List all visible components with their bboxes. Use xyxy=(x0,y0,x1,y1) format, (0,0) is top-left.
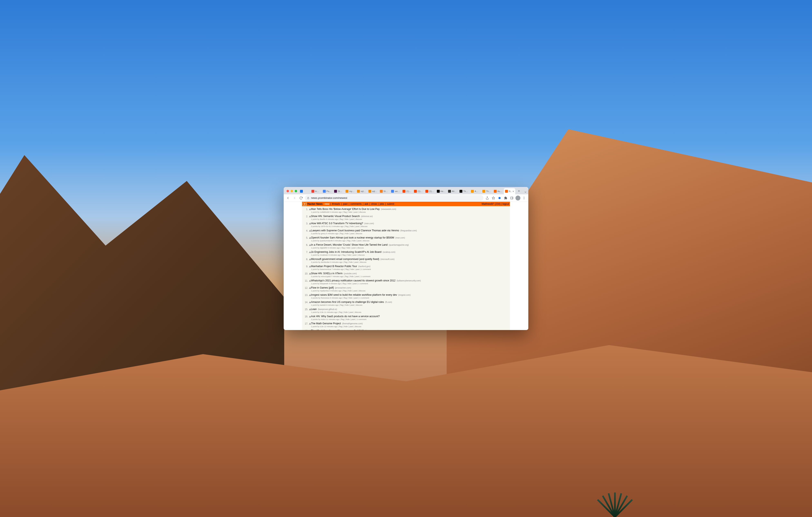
bookmark-button[interactable] xyxy=(491,195,496,201)
story-title-link[interactable]: In a Fierce Desert, Microbe 'Crusts' Sho… xyxy=(311,243,387,246)
story-author-link[interactable]: 1970-01-01 xyxy=(321,225,331,227)
upvote-button[interactable] xyxy=(309,237,311,239)
story-author-link[interactable]: retrocryptid xyxy=(321,275,331,277)
story-hide-link[interactable]: hide xyxy=(349,261,353,263)
story-title-link[interactable]: Ask HN: Why SaaS products do not have a … xyxy=(311,315,380,318)
browser-tab[interactable]: The Me xyxy=(458,188,470,194)
story-author-link[interactable]: deckiedan xyxy=(321,261,329,263)
story-flag-link[interactable]: flag xyxy=(347,240,350,242)
story-comments-link[interactable]: discuss xyxy=(360,261,367,263)
upvote-button[interactable] xyxy=(309,316,311,317)
upvote-button[interactable] xyxy=(309,323,311,325)
story-site[interactable]: (msn.com) xyxy=(395,237,405,239)
story-flag-link[interactable]: flag xyxy=(340,304,343,306)
upvote-button[interactable] xyxy=(309,294,311,296)
story-past-link[interactable]: past xyxy=(352,247,355,249)
browser-tab[interactable]: mysql xyxy=(344,188,356,194)
story-age-link[interactable]: 0 minutes ago xyxy=(326,218,338,220)
minimize-window-button[interactable] xyxy=(291,190,293,192)
story-flag-link[interactable]: flag xyxy=(344,261,347,263)
story-author-link[interactable]: digital55 xyxy=(320,247,327,249)
browser-tab[interactable]: Inbox ( xyxy=(310,188,322,194)
story-age-link[interactable]: 5 minutes ago xyxy=(326,232,339,235)
story-author-link[interactable]: Beefin xyxy=(320,218,325,220)
story-flag-link[interactable]: flag xyxy=(343,290,346,292)
story-flag-link[interactable]: flag xyxy=(345,225,348,227)
upvote-button[interactable] xyxy=(309,244,311,246)
story-site[interactable]: (scalevp.com) xyxy=(382,251,396,253)
story-flag-link[interactable]: flag xyxy=(344,211,347,213)
story-flag-link[interactable]: flag xyxy=(339,311,342,313)
story-comments-link[interactable]: discuss xyxy=(355,311,361,313)
story-past-link[interactable]: past xyxy=(350,304,354,306)
story-flag-link[interactable]: flag xyxy=(346,268,349,270)
story-comments-link[interactable]: discuss xyxy=(359,290,365,292)
story-site[interactable]: (theguardian.com) xyxy=(400,229,417,232)
upvote-button[interactable] xyxy=(309,280,311,281)
story-site[interactable]: (youtube.com) xyxy=(343,272,357,275)
story-author-link[interactable]: basementcat xyxy=(320,268,331,270)
upvote-button[interactable] xyxy=(309,222,311,224)
story-title-link[interactable]: Flow in Games [pdf] xyxy=(311,286,334,289)
story-comments-link[interactable]: discuss xyxy=(356,232,362,235)
story-title-link[interactable]: OpenAI founder Sam Altman just took a nu… xyxy=(311,236,394,239)
story-comments-link[interactable]: discuss xyxy=(359,211,366,213)
story-site[interactable]: (microsoft.com) xyxy=(380,258,395,260)
story-hide-link[interactable]: hide xyxy=(350,225,354,227)
story-past-link[interactable]: past xyxy=(356,268,359,270)
browser-tab[interactable]: sql - Hi xyxy=(356,188,367,194)
story-site[interactable]: (quantamagazine.org) xyxy=(388,244,409,246)
browser-tab[interactable]: The Fiv xyxy=(481,188,493,194)
hn-brand[interactable]: Hacker News xyxy=(307,202,323,206)
story-comments-link[interactable]: 1 comment xyxy=(359,297,369,299)
story-author-link[interactable]: lstepanek xyxy=(320,282,328,285)
reload-button[interactable] xyxy=(298,195,304,201)
hn-nav-past[interactable]: past xyxy=(343,202,348,206)
upvote-button[interactable] xyxy=(309,208,311,210)
story-age-link[interactable]: 5 minutes ago xyxy=(333,240,346,242)
story-hide-link[interactable]: hide xyxy=(345,232,349,235)
story-title-link[interactable]: Lean xyxy=(311,308,317,310)
story-hide-link[interactable]: hide xyxy=(345,304,349,306)
browser-tab[interactable]: Herding xyxy=(436,188,447,194)
hn-nav-new[interactable]: new xyxy=(325,202,329,206)
browser-tab[interactable]: web de xyxy=(390,188,401,194)
story-flag-link[interactable]: flag xyxy=(345,275,348,277)
story-hide-link[interactable]: hide xyxy=(350,275,354,277)
story-title-link[interactable]: Manhattan Project B Reactor Public Tour xyxy=(311,265,357,268)
story-hide-link[interactable]: hide xyxy=(347,254,351,256)
story-comments-link[interactable]: 1 comment xyxy=(361,268,371,270)
story-site[interactable]: (lydiaoncybersecurity.com) xyxy=(396,279,421,282)
story-flag-link[interactable]: flag xyxy=(342,247,345,249)
story-comments-link[interactable]: discuss xyxy=(355,218,362,220)
browser-menu-button[interactable] xyxy=(521,195,527,201)
close-window-button[interactable] xyxy=(287,190,289,192)
story-past-link[interactable]: past xyxy=(355,225,359,227)
story-title-link[interactable]: Show HN: Semantic Visual Product Search xyxy=(311,215,360,218)
upvote-button[interactable] xyxy=(309,230,311,232)
story-title-link[interactable]: Microsoft government email compromised (… xyxy=(311,258,379,261)
back-button[interactable] xyxy=(285,195,291,201)
story-past-link[interactable]: past xyxy=(353,282,356,285)
story-past-link[interactable]: past xyxy=(355,275,359,277)
story-comments-link[interactable]: discuss xyxy=(361,225,368,227)
story-past-link[interactable]: past xyxy=(353,290,357,292)
hn-username-link[interactable]: MatthewBF xyxy=(482,202,494,206)
story-flag-link[interactable]: flag xyxy=(341,318,344,320)
story-author-link[interactable]: i13e xyxy=(320,325,324,328)
upvote-button[interactable] xyxy=(309,301,311,303)
browser-tab[interactable]: Stack C xyxy=(379,188,390,194)
story-author-link[interactable]: indus xyxy=(321,318,325,320)
browser-tab[interactable]: New× xyxy=(504,188,515,194)
browser-tab[interactable]: (1) web xyxy=(401,188,413,194)
new-tab-button[interactable]: + xyxy=(516,188,522,194)
story-hide-link[interactable]: hide xyxy=(345,218,348,220)
maximize-window-button[interactable] xyxy=(295,190,297,192)
story-author-link[interactable]: quantumstar4k xyxy=(320,240,333,242)
story-title-link[interactable]: Amazon becomes first US company to chall… xyxy=(311,301,384,303)
story-author-link[interactable]: taubek xyxy=(320,304,326,306)
hn-nav-jobs[interactable]: jobs xyxy=(380,202,384,206)
story-site[interactable]: (theverge.com) xyxy=(364,330,379,330)
story-title-link[interactable]: Elon Musk founds new AI company called X… xyxy=(311,329,364,330)
story-title-link[interactable]: The Math Genome Project xyxy=(311,322,341,325)
